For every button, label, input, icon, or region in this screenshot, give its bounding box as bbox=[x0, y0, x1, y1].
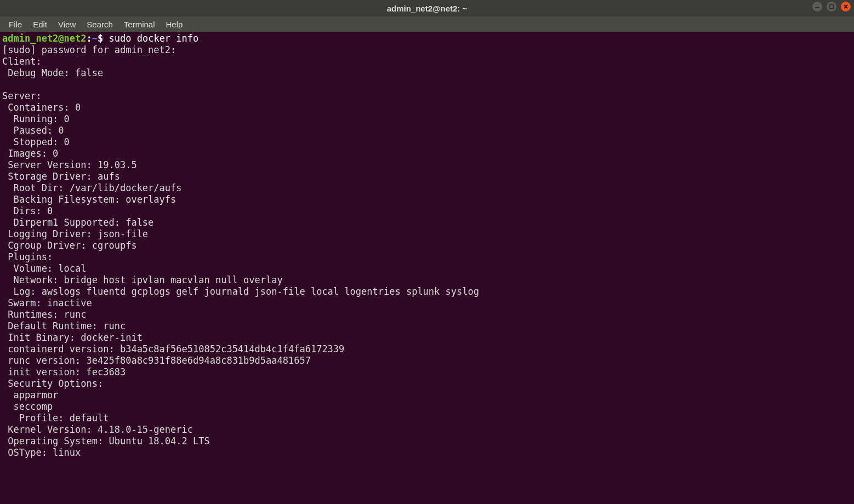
prompt-separator: : bbox=[87, 33, 92, 44]
output-line: Runtimes: runc bbox=[2, 309, 87, 320]
output-line: Stopped: 0 bbox=[2, 136, 70, 147]
minimize-icon bbox=[815, 4, 820, 9]
output-line: containerd version: b34a5c8af56e510852c3… bbox=[2, 343, 344, 354]
window-controls bbox=[812, 2, 851, 12]
output-line: Security Options: bbox=[2, 378, 103, 389]
output-line: Server: bbox=[2, 90, 42, 101]
menubar: File Edit View Search Terminal Help bbox=[0, 16, 854, 32]
command-text: sudo docker info bbox=[109, 33, 199, 44]
output-line: Running: 0 bbox=[2, 113, 70, 124]
output-line: Storage Driver: aufs bbox=[2, 171, 120, 182]
output-line: init version: fec3683 bbox=[2, 366, 126, 377]
output-line: Default Runtime: runc bbox=[2, 320, 126, 331]
output-line: Debug Mode: false bbox=[2, 67, 103, 78]
close-icon bbox=[843, 4, 849, 9]
output-line: Root Dir: /var/lib/docker/aufs bbox=[2, 182, 182, 193]
menu-terminal[interactable]: Terminal bbox=[119, 19, 160, 30]
output-line: Operating System: Ubuntu 18.04.2 LTS bbox=[2, 436, 210, 446]
output-line: runc version: 3e425f80a8c931f88e6d94a8c8… bbox=[2, 355, 311, 366]
output-line: Network: bridge host ipvlan macvlan null… bbox=[2, 274, 283, 285]
svg-rect-1 bbox=[830, 5, 834, 9]
output-line: Init Binary: docker-init bbox=[2, 332, 143, 343]
maximize-button[interactable] bbox=[827, 2, 836, 12]
output-line: OSType: linux bbox=[2, 447, 81, 458]
output-line: Volume: local bbox=[2, 263, 87, 274]
window-title: admin_net2@net2: ~ bbox=[387, 4, 468, 13]
output-line: seccomp bbox=[2, 401, 53, 412]
output-line: Kernel Version: 4.18.0-15-generic bbox=[2, 424, 193, 435]
maximize-icon bbox=[829, 4, 834, 9]
output-line: Log: awslogs fluentd gcplogs gelf journa… bbox=[2, 286, 479, 297]
output-line: Cgroup Driver: cgroupfs bbox=[2, 240, 137, 251]
output-line: Server Version: 19.03.5 bbox=[2, 159, 137, 170]
output-line: Paused: 0 bbox=[2, 125, 64, 136]
menu-help[interactable]: Help bbox=[162, 19, 187, 30]
output-line: Swarm: inactive bbox=[2, 297, 92, 308]
output-line: Images: 0 bbox=[2, 148, 58, 159]
output-line: Logging Driver: json-file bbox=[2, 228, 148, 239]
prompt-user-host: admin_net2@net2 bbox=[2, 33, 87, 44]
output-line: Containers: 0 bbox=[2, 102, 81, 113]
menu-view[interactable]: View bbox=[54, 19, 80, 30]
output-line: Client: bbox=[2, 56, 42, 67]
output-line: Dirs: 0 bbox=[2, 205, 53, 216]
output-line: [sudo] password for admin_net2: bbox=[2, 44, 182, 55]
output-line: Plugins: bbox=[2, 251, 53, 262]
prompt-dollar: $ bbox=[98, 33, 109, 44]
minimize-button[interactable] bbox=[812, 2, 822, 12]
close-button[interactable] bbox=[841, 2, 851, 12]
output-line: Profile: default bbox=[2, 413, 109, 423]
menu-file[interactable]: File bbox=[4, 19, 26, 30]
titlebar: admin_net2@net2: ~ bbox=[0, 0, 854, 16]
prompt-path: ~ bbox=[92, 33, 98, 44]
menu-edit[interactable]: Edit bbox=[29, 19, 52, 30]
output-line: Backing Filesystem: overlayfs bbox=[2, 194, 176, 205]
terminal-output[interactable]: admin_net2@net2:~$ sudo docker info [sud… bbox=[0, 32, 854, 461]
menu-search[interactable]: Search bbox=[82, 19, 117, 30]
output-line: Dirperm1 Supported: false bbox=[2, 217, 153, 228]
output-line: apparmor bbox=[2, 390, 58, 400]
